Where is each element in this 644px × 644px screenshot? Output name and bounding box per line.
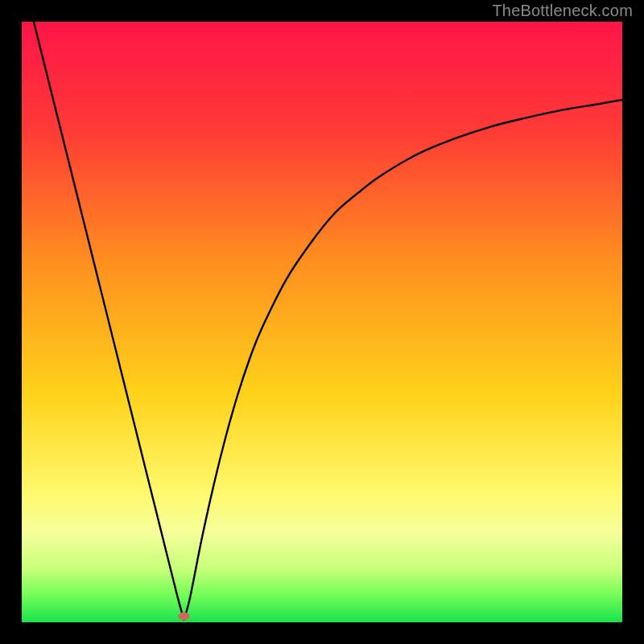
chart-plot [22,22,622,622]
watermark-text: TheBottleneck.com [492,2,633,20]
chart-stage: TheBottleneck.com [0,0,644,644]
minimum-marker [178,613,189,621]
chart-background [22,22,622,622]
